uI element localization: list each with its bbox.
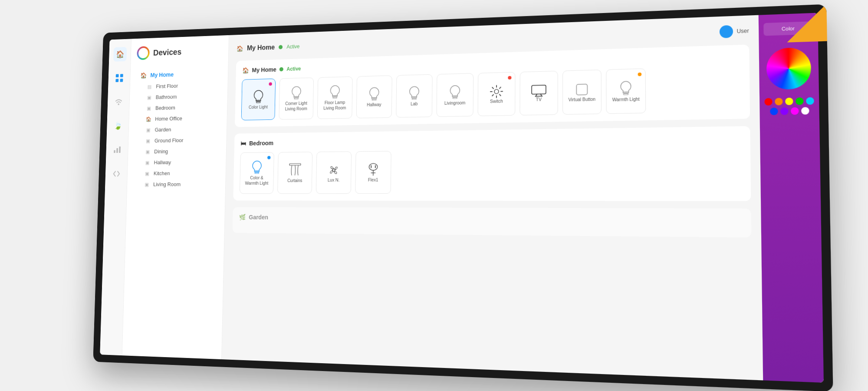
room-title-text: My Home bbox=[252, 66, 276, 73]
dot-pink[interactable] bbox=[790, 107, 799, 115]
panel-header: Devices bbox=[137, 43, 222, 60]
device-color-light[interactable]: Color Light bbox=[241, 79, 276, 120]
device-livingroom[interactable]: Livingroom bbox=[437, 73, 474, 117]
garden-room-title: 🌿 Garden bbox=[239, 214, 743, 223]
dot-cyan[interactable] bbox=[806, 97, 814, 105]
garden-title-icon: 🌿 bbox=[239, 214, 246, 220]
device-curtains[interactable]: Curtains bbox=[277, 152, 312, 194]
active-text: Active bbox=[286, 43, 299, 50]
dot-blue[interactable] bbox=[770, 108, 778, 115]
bedroom-title-text: Bedroom bbox=[249, 140, 273, 147]
switch-dot bbox=[508, 76, 511, 80]
device-list-panel: Devices 🏠 My Home ▤ First Floor ▣ Bathro… bbox=[122, 35, 229, 359]
bedroom-label: Bedroom bbox=[155, 105, 175, 111]
bedroom-room-title: 🛏 Bedroom bbox=[240, 133, 742, 146]
svg-rect-17 bbox=[412, 98, 416, 99]
ground-floor-label: Ground Floor bbox=[155, 137, 184, 144]
svg-rect-32 bbox=[369, 163, 377, 170]
fan-icon bbox=[327, 162, 341, 177]
panel-title: Devices bbox=[153, 47, 182, 57]
garden-icon: ▣ bbox=[145, 127, 151, 133]
device-flex1[interactable]: Flex1 bbox=[355, 151, 391, 194]
svg-rect-21 bbox=[532, 85, 546, 94]
kitchen-icon: ▣ bbox=[144, 171, 150, 176]
hallway-bulb-icon bbox=[368, 86, 381, 102]
fan-label: Lux N. bbox=[328, 177, 339, 183]
main-header-left: 🏠 My Home Active bbox=[237, 43, 300, 52]
color-warmth-dot bbox=[267, 156, 270, 159]
wifi-nav-icon[interactable] bbox=[112, 95, 125, 109]
bedroom-nav-item[interactable]: ▣ Bedroom bbox=[135, 101, 221, 114]
svg-rect-12 bbox=[332, 96, 337, 97]
tv-label: TV bbox=[536, 96, 542, 102]
monitor: 🏠 🍃 bbox=[93, 4, 833, 391]
device-warmth-light[interactable]: Warmth Light bbox=[606, 68, 646, 114]
device-switch[interactable]: Switch bbox=[478, 72, 516, 116]
main-home-icon: 🏠 bbox=[237, 45, 243, 52]
svg-rect-14 bbox=[372, 97, 376, 99]
virtual-button-label: Virtual Button bbox=[569, 96, 596, 103]
hallway-nav-item[interactable]: ▣ Hallway bbox=[134, 156, 220, 168]
device-floor-lamp[interactable]: Floor Lamp Living Room bbox=[317, 76, 353, 119]
first-floor-label: First Floor bbox=[156, 83, 178, 89]
svg-rect-15 bbox=[372, 99, 376, 100]
room-active-badge bbox=[279, 67, 283, 72]
dot-red[interactable] bbox=[764, 98, 772, 106]
svg-rect-13 bbox=[333, 97, 337, 98]
switch-label: Switch bbox=[490, 98, 503, 104]
logo-ring bbox=[137, 46, 150, 60]
device-virtual-button[interactable]: Virtual Button bbox=[562, 70, 602, 115]
garden-nav-item[interactable]: ▣ Garden bbox=[135, 123, 220, 136]
dot-green[interactable] bbox=[796, 97, 804, 105]
dot-white[interactable] bbox=[801, 107, 809, 114]
device-hallway-light[interactable]: Hallway bbox=[356, 75, 392, 118]
livingroom-icon bbox=[448, 84, 462, 100]
device-corner-light[interactable]: Corner Light Living Room bbox=[279, 77, 314, 119]
color-wheel[interactable] bbox=[766, 47, 812, 90]
corner-light-label: Corner Light Living Room bbox=[283, 100, 310, 112]
tv-icon bbox=[531, 84, 547, 96]
home-office-label: Home Office bbox=[155, 116, 182, 122]
svg-rect-26 bbox=[623, 92, 629, 93]
hallway-icon: ▣ bbox=[144, 159, 150, 165]
panel-top-label: Color bbox=[782, 26, 795, 32]
user-avatar[interactable] bbox=[719, 25, 733, 38]
code-nav-icon[interactable] bbox=[109, 166, 123, 181]
corner-bulb-icon bbox=[290, 86, 303, 101]
leaf-nav-icon[interactable]: 🍃 bbox=[111, 119, 125, 133]
hallway-label: Hallway bbox=[154, 159, 171, 166]
living-room-nav-item[interactable]: ▣ Living Room bbox=[133, 179, 219, 190]
warmth-bulb-icon bbox=[618, 80, 633, 96]
lab-label: Lab bbox=[411, 101, 418, 106]
living-room-icon: ▣ bbox=[144, 182, 150, 187]
bathroom-label: Bathroom bbox=[156, 94, 177, 100]
device-fan[interactable]: Lux N. bbox=[316, 151, 352, 194]
dot-yellow[interactable] bbox=[785, 98, 793, 105]
dot-purple[interactable] bbox=[780, 107, 788, 115]
svg-rect-19 bbox=[453, 97, 457, 99]
home-office-nav-item[interactable]: 🏠 Home Office bbox=[135, 112, 221, 125]
chart-nav-icon[interactable] bbox=[110, 142, 124, 157]
ground-floor-nav-item[interactable]: ▣ Ground Floor bbox=[134, 134, 220, 146]
svg-point-4 bbox=[118, 103, 119, 105]
svg-rect-16 bbox=[412, 96, 417, 98]
dining-nav-item[interactable]: ▣ Dining bbox=[134, 145, 220, 157]
right-color-panel: Color bbox=[759, 13, 824, 383]
room-title-icon: 🏠 bbox=[242, 67, 249, 73]
svg-rect-9 bbox=[256, 102, 260, 103]
dot-orange[interactable] bbox=[775, 98, 783, 105]
color-light-dot bbox=[269, 82, 272, 86]
home-nav-icon[interactable]: 🏠 bbox=[113, 47, 127, 62]
color-light-label: Color Light bbox=[249, 104, 268, 109]
svg-rect-3 bbox=[120, 79, 123, 82]
lab-icon bbox=[408, 86, 421, 101]
grid-nav-icon[interactable] bbox=[112, 71, 126, 86]
device-color-warmth[interactable]: Color & Warmth Light bbox=[240, 152, 274, 194]
kitchen-label: Kitchen bbox=[154, 170, 170, 176]
kitchen-nav-item[interactable]: ▣ Kitchen bbox=[133, 168, 220, 179]
device-lab[interactable]: Lab bbox=[396, 74, 432, 118]
svg-rect-1 bbox=[120, 74, 123, 77]
curtains-label: Curtains bbox=[287, 178, 302, 183]
svg-rect-11 bbox=[294, 98, 298, 99]
device-tv[interactable]: TV bbox=[519, 71, 558, 116]
